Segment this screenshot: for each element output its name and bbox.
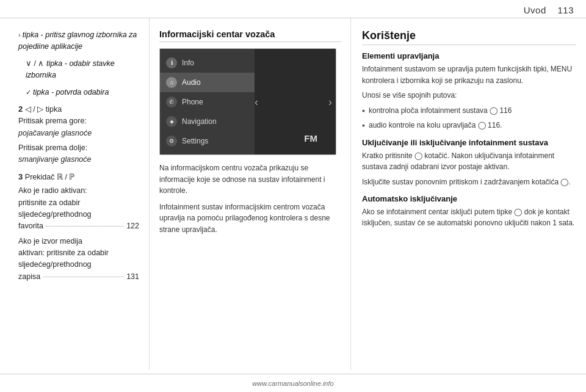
footer-url: www.carmanualsonline.info [252, 380, 333, 387]
num3-line8: zapisa 131 [18, 271, 139, 283]
item-check-arrow-tipka: ∨ / ∧ tipka - odabir stavke izbornika [26, 58, 139, 82]
right-sub-title-3: Automatsko isključivanje [362, 194, 576, 203]
page-ref-131: 131 [126, 271, 139, 283]
right-body-2: Unosi se više spojnih putova: [362, 90, 576, 101]
arrow-left-icon: ‹ [255, 95, 258, 108]
arrow-right-icon: › [328, 95, 332, 108]
num3-prekidac: Prekidač ℝ / ℙ [25, 173, 75, 181]
right-body-4: Isključite sustav ponovnim pritiskom i z… [362, 176, 576, 188]
num3-line6: aktivan: pritisnite za odabir [18, 247, 139, 259]
num3-line4: favorita 122 [18, 220, 139, 232]
menu-label-info: Info [182, 59, 194, 67]
num3-line1: Ako je radio aktivan: [18, 185, 139, 197]
right-body-1: Infotainment sustavom se upravlja putem … [362, 64, 576, 86]
check-arrow-icon: ∨ / ∧ [26, 59, 46, 68]
menu-label-navigation: Navigation [182, 117, 217, 126]
menu-list: ℹ Info ♫ Audio ✆ Phone ◈ Navigation ⚙ [160, 49, 255, 154]
num2-label: 2 [18, 104, 25, 114]
num3-line3: sljedećeg/prethodnog [18, 209, 139, 220]
audio-icon: ♫ [166, 77, 177, 88]
menu-label-phone: Phone [182, 98, 203, 106]
arrow-icon: › [18, 31, 23, 38]
fm-label: FM [304, 133, 317, 143]
menu-label-audio: Audio [182, 78, 201, 87]
right-column: Korištenje Elementi upravljanja Infotain… [351, 18, 586, 370]
right-body-3: Kratko pritisnite ◯ kotačić. Nakon uklju… [362, 150, 576, 173]
menu-item-navigation: ◈ Navigation [160, 112, 255, 131]
num3-line5: Ako je izvor medija [18, 236, 139, 247]
num2-section: 2 ◁ / ▷ tipka Pritisak prema gore: pojač… [18, 103, 139, 166]
item-check-tipka: ✓ tipka - potvrda odabira [26, 87, 139, 98]
phone-icon: ✆ [166, 96, 177, 107]
num3-body: Ako je radio aktivan: pritisnite za odab… [18, 185, 139, 283]
num3-label: 3 [18, 172, 25, 181]
menu-item-info: ℹ Info [160, 53, 255, 73]
mid-body-text-2: Infotainment sustav informacijskim centr… [159, 201, 342, 236]
num2-body: Pritisak prema gore: pojačavanje glasnoć… [18, 115, 139, 166]
page-header: Uvod 113 [0, 0, 586, 18]
menu-label-settings: Settings [182, 137, 208, 145]
item-title-1: tipka - pritisz glavnog izbornika za poj… [18, 31, 137, 51]
right-section-title: Korištenje [362, 29, 576, 45]
bullet-item-2: ▪ audio kontrole na kolu upravljača ◯ 11… [362, 120, 576, 132]
right-body-5: Ako se infotainment centar isključi pute… [362, 206, 576, 229]
mid-body-text-1: Na informacijskom centru vozača prikazuj… [159, 162, 342, 197]
bullet-item-1: ▪ kontrolna ploča infotainment sustava ◯… [362, 105, 576, 117]
menu-item-settings: ⚙ Settings [160, 131, 255, 151]
info-icon: ℹ [166, 57, 177, 68]
bullet-text-1: kontrolna ploča infotainment sustava ◯ 1… [369, 105, 512, 117]
num2-line3: Pritisak prema dolje: [18, 142, 139, 154]
page-footer: www.carmanualsonline.info [0, 374, 586, 392]
num2-tipka: ◁ / ▷ tipka [25, 105, 62, 114]
menu-item-audio[interactable]: ♫ Audio [160, 73, 255, 92]
page-ref-122: 122 [126, 220, 139, 232]
num2-line2: pojačavanje glasnoće [18, 128, 139, 139]
bullet-text-2: audio kontrole na kolu upravljača ◯ 116. [369, 120, 502, 132]
num2-line4: smanjivanje glasnoće [18, 154, 139, 165]
navigation-icon: ◈ [166, 116, 177, 127]
item-arrow-tipka: › tipka - pritisz glavnog izbornika za p… [18, 29, 139, 53]
num2-line1: Pritisak prema gore: [18, 115, 139, 127]
right-sub-title-2: Uključivanje ili isključivanje infotainm… [362, 138, 576, 147]
right-sub-title-1: Elementi upravljanja [362, 51, 576, 60]
left-column: › tipka - pritisz glavnog izbornika za p… [0, 18, 150, 370]
menu-item-phone: ✆ Phone [160, 92, 255, 112]
content-area: › tipka - pritisz glavnog izbornika za p… [0, 18, 586, 370]
chapter-title: Uvod [524, 5, 546, 15]
info-center-image: ℹ Info ♫ Audio ✆ Phone ◈ Navigation ⚙ [159, 48, 336, 155]
middle-column: Informacijski centar vozača ℹ Info ♫ Aud… [150, 18, 351, 370]
page-number: 113 [557, 5, 574, 15]
num3-line2: pritisnite za odabir [18, 197, 139, 209]
page-title: Uvod 113 [524, 5, 574, 15]
item-title-3: tipka - potvrda odabira [33, 88, 109, 96]
checkmark-icon: ✓ [26, 89, 33, 96]
mid-section-title: Informacijski centar vozača [159, 29, 342, 42]
num3-line7: sljedećeg/prethodnog [18, 259, 139, 270]
bullet-icon-1: ▪ [362, 104, 365, 117]
settings-icon: ⚙ [166, 136, 177, 147]
bullet-icon-2: ▪ [362, 119, 365, 132]
num3-section: 3 Prekidač ℝ / ℙ Ako je radio aktivan: p… [18, 171, 139, 283]
